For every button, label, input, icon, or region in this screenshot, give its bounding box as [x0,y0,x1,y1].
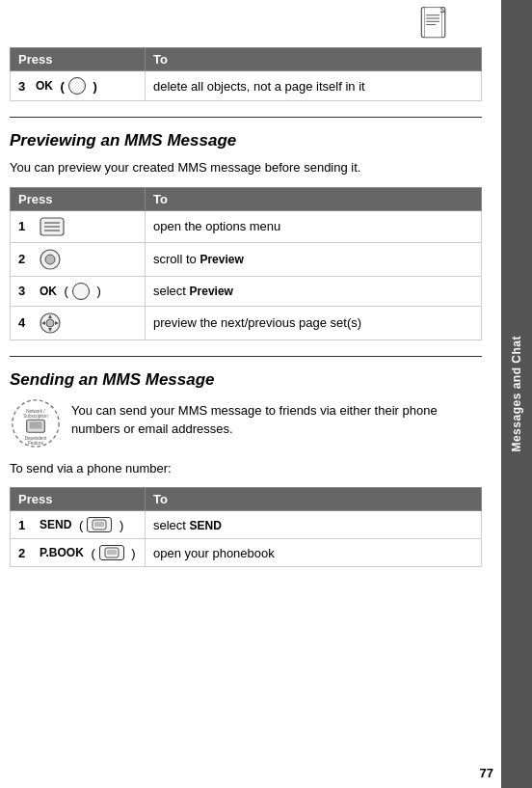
svg-rect-28 [107,550,117,555]
s2-col1-header: Press [11,488,146,511]
section1-table: Press To 1 [10,187,482,340]
svg-text:Network /: Network / [26,408,45,413]
page-wrapper: Press To 3 OK ( ) delete al [0,0,532,788]
svg-rect-1 [425,8,442,38]
pbook-btn-icon [99,545,124,560]
section2-table: Press To 1 SEND ( [10,487,482,567]
row-number: 1 [18,518,32,532]
ok-circle-btn [72,283,90,300]
icon-cell: 4 [18,312,137,334]
table-row: 4 preview the next/ [11,306,482,340]
row-number: 3 [18,79,32,94]
s2-press-cell-1: 1 SEND ( ) [11,511,146,539]
s1-col2-header: To [146,187,482,210]
ok-circle-btn [68,77,86,95]
paren-close: ) [90,79,97,94]
send-action-bold: SEND [190,519,222,532]
table-row: 1 open the options menu [11,210,482,242]
s2-col2-header: To [146,488,482,511]
section1-body: You can preview your created MMS message… [10,158,482,177]
s1-col1-header: Press [11,187,146,210]
svg-point-13 [46,319,54,327]
row-number: 2 [18,546,32,560]
paren-open: ( [75,518,83,532]
main-content: Press To 3 OK ( ) delete al [0,0,501,788]
side-tab: Messages and Chat [501,0,532,788]
table-cell-press: 3 OK ( ) [11,71,146,101]
section2-heading: Sending an MMS Message [10,370,482,390]
icon-cell: 3 OK ( ) [18,77,137,95]
side-tab-label: Messages and Chat [510,336,523,452]
send-label: SEND [40,518,71,531]
page-number: 77 [480,766,493,780]
network-icon-wrap: Network / Subscription Dependent Feature… [10,397,482,449]
table-row: 3 OK ( ) delete all objects, not a page … [11,71,482,101]
network-feature-icon: Network / Subscription Dependent Feature [11,398,61,448]
phone-send-svg [92,519,107,530]
row-number: 4 [18,315,32,330]
nav-circle-icon [40,249,61,270]
network-text: You can send your MMS message to friends… [71,401,482,439]
top-table-col1-header: Press [11,48,146,71]
svg-rect-26 [94,522,104,527]
menu-btn-icon [40,217,65,236]
s1-press-cell-3: 3 OK ( ) [11,276,146,306]
s2-press-cell-2: 2 P.BOOK ( ) [11,539,146,567]
doc-icon-wrap [414,6,457,51]
s1-press-cell-2: 2 [11,242,146,276]
nav-dir-icon [40,312,61,334]
svg-text:Subscription: Subscription [23,414,48,419]
paren-close: ) [93,284,101,298]
s2-action-cell-2: open your phonebook [146,539,482,567]
table-row: 2 P.BOOK ( ) open yo [11,539,482,567]
table-row: 3 OK ( ) select Preview [11,276,482,306]
preview-bold: Preview [200,253,243,266]
icon-cell: 1 [18,217,137,236]
table-row: 1 SEND ( ) [11,511,482,539]
paren-open: ( [88,546,95,560]
s1-press-cell-4: 4 [11,306,146,340]
svg-text:Feature: Feature [28,441,43,446]
phone-pbook-svg [104,547,120,558]
paren-open: ( [61,284,68,298]
sub-heading: To send via a phone number: [10,459,482,478]
row-number: 3 [18,284,32,298]
section1-heading: Previewing an MMS Message [10,131,482,150]
paren-close: ) [116,518,123,532]
paren-open: ( [57,79,65,94]
s1-action-cell-2: scroll to Preview [146,242,482,276]
paren-close: ) [128,546,136,560]
s1-action-cell-4: preview the next/previous page set(s) [146,306,482,340]
s1-action-cell-3: select Preview [146,276,482,306]
s1-action-cell-1: open the options menu [146,210,482,242]
divider2 [10,356,482,357]
icon-cell: 3 OK ( ) [18,283,137,300]
ok-label: OK [36,79,53,93]
icon-cell: 2 [18,249,137,270]
svg-text:Dependent: Dependent [25,435,47,440]
icon-cell: 2 P.BOOK ( ) [18,545,137,560]
ok-label: OK [40,285,57,298]
row-number: 2 [18,252,32,266]
pbook-label: P.BOOK [40,546,84,559]
divider1 [10,117,482,118]
s2-action-cell-1: select SEND [146,511,482,539]
preview-bold2: Preview [190,285,233,298]
row-number: 1 [18,219,32,233]
s1-press-cell-1: 1 [11,210,146,242]
svg-point-11 [45,255,55,264]
svg-rect-22 [30,421,42,428]
network-badge: Network / Subscription Dependent Feature [10,397,62,449]
top-continuation-table: Press To 3 OK ( ) delete al [10,47,482,101]
send-btn-icon [87,517,112,532]
top-table-col2-header: To [146,48,482,71]
doc-icon [414,6,457,48]
table-row: 2 scroll to Preview [11,242,482,276]
table-cell-action: delete all objects, not a page itself in… [146,71,482,101]
icon-cell: 1 SEND ( ) [18,517,137,532]
